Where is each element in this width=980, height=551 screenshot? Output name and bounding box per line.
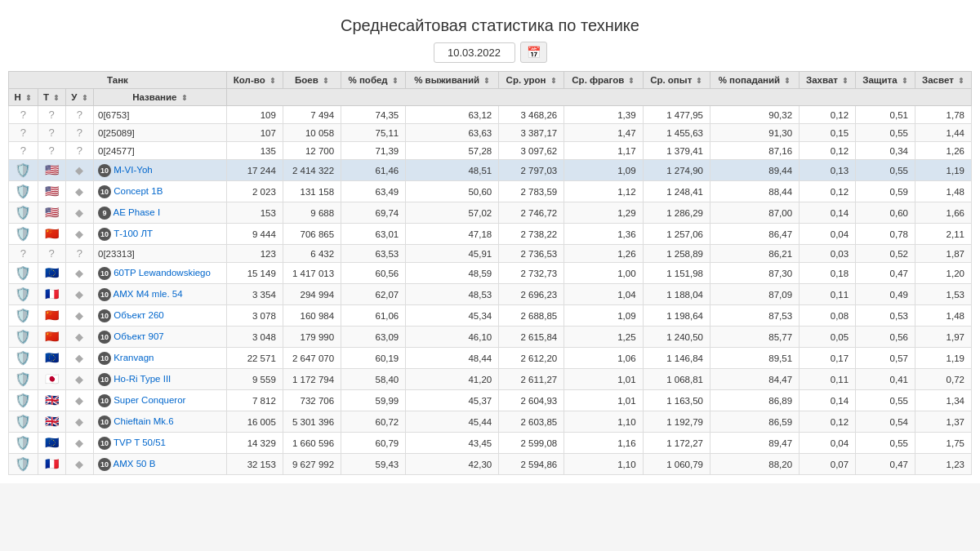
tank-name-link[interactable]: Super Conqueror	[114, 395, 185, 405]
sort-capture-icon: ⇕	[842, 77, 849, 85]
cell-name[interactable]: 10 60TP Lewandowskiego	[94, 263, 227, 284]
cell-boev: 706 865	[283, 224, 341, 245]
cell-name[interactable]: 10 Super Conqueror	[94, 390, 227, 411]
cell-hit_pct: 89,44	[710, 160, 800, 181]
tank-name-link[interactable]: 60TP Lewandowskiego	[114, 268, 211, 278]
cell-name[interactable]: 10 Объект 260	[94, 305, 227, 327]
cell-kol: 107	[226, 124, 283, 142]
cell-avg_frags: 1,25	[564, 327, 643, 348]
col-avg-dmg[interactable]: Ср. урон ⇕	[499, 72, 564, 89]
cell-survival: 45,44	[406, 411, 499, 433]
cell-boev: 9 627 992	[283, 454, 341, 475]
cell-hit_pct: 89,47	[710, 433, 800, 454]
sort-boev-icon: ⇕	[323, 77, 329, 85]
cell-name[interactable]: 10 TVP T 50/51	[94, 433, 227, 454]
sub-col-u[interactable]: У ⇕	[65, 89, 93, 106]
col-defense[interactable]: Защита ⇕	[856, 72, 915, 89]
cell-hit_pct: 87,00	[710, 202, 800, 224]
cell-spot: 1,20	[915, 263, 971, 284]
col-hit-pct[interactable]: % попаданий ⇕	[710, 72, 800, 89]
calendar-button[interactable]: 📅	[520, 42, 547, 63]
cell-name[interactable]: 10 Chieftain Mk.6	[94, 411, 227, 433]
tank-name-link[interactable]: Kranvagn	[114, 353, 154, 362]
tank-name-link[interactable]: Объект 907	[114, 331, 164, 341]
type-diamond-icon: ◆	[75, 207, 83, 219]
col-spot[interactable]: Засвет ⇕	[915, 72, 971, 89]
cell-name[interactable]: 10 M-VI-Yoh	[94, 160, 227, 181]
table-row: 🛡️🇬🇧◆10 Chieftain Mk.616 0055 301 39660,…	[9, 411, 972, 433]
cell-kol: 16 005	[226, 411, 283, 433]
col-survival[interactable]: % выживаний ⇕	[406, 72, 499, 89]
cell-nation: ?	[9, 124, 38, 142]
unknown-flag-icon: ?	[49, 144, 55, 157]
tank-name-link[interactable]: Chieftain Mk.6	[114, 416, 174, 426]
cell-name[interactable]: 10 AMX M4 mle. 54	[94, 284, 227, 305]
cell-defense: 0,47	[856, 263, 915, 284]
cell-wins: 60,72	[341, 411, 406, 433]
cell-kol: 123	[226, 245, 283, 263]
cell-hit_pct: 86,59	[710, 411, 800, 433]
cell-name[interactable]: 10 Kranvagn	[94, 348, 227, 369]
tank-name-link[interactable]: AMX M4 mle. 54	[114, 289, 183, 299]
cell-avg_frags: 1,10	[564, 411, 643, 433]
col-boev[interactable]: Боев ⇕	[283, 72, 341, 89]
cell-name[interactable]: 0[25089]	[94, 124, 227, 142]
cell-name[interactable]: 10 Concept 1B	[94, 181, 227, 202]
type-diamond-icon: ◆	[75, 164, 83, 176]
date-row: 📅	[8, 42, 972, 63]
col-wins[interactable]: % побед ⇕	[341, 72, 406, 89]
cell-name[interactable]: 0[6753]	[94, 106, 227, 124]
tank-name-link[interactable]: Объект 260	[114, 310, 164, 320]
cell-survival: 47,18	[406, 224, 499, 245]
flag-icon: 🇺🇸	[43, 207, 60, 218]
tank-image-icon: 🛡️	[15, 162, 31, 178]
tank-image-icon: 🛡️	[15, 329, 31, 344]
type-diamond-icon: ◆	[75, 331, 83, 343]
sort-name-icon: ⇕	[181, 94, 188, 102]
cell-boev: 10 058	[283, 124, 341, 142]
tank-name-link[interactable]: Ho-Ri Type III	[114, 374, 171, 384]
cell-avg_exp: 1 188,04	[643, 284, 710, 305]
col-kol[interactable]: Кол-во ⇕	[226, 72, 283, 89]
cell-type: ◆	[65, 390, 93, 411]
cell-spot: 1,75	[915, 433, 971, 454]
tank-name-link[interactable]: AE Phase I	[114, 207, 161, 217]
date-input[interactable]	[434, 42, 515, 63]
cell-boev: 5 301 396	[283, 411, 341, 433]
cell-type: ?	[65, 124, 93, 142]
cell-spot: 1,87	[915, 245, 971, 263]
cell-name[interactable]: 10 Объект 907	[94, 327, 227, 348]
sort-wins-icon: ⇕	[392, 77, 399, 85]
tank-name-link[interactable]: AMX 50 B	[114, 459, 156, 469]
tank-name-link[interactable]: Concept 1B	[114, 186, 163, 196]
col-capture[interactable]: Захват ⇕	[800, 72, 856, 89]
cell-name[interactable]: 0[23313]	[94, 245, 227, 263]
flag-icon: 🇫🇷	[43, 289, 60, 300]
cell-survival: 43,45	[406, 433, 499, 454]
tank-name-link[interactable]: TVP T 50/51	[114, 438, 166, 447]
cell-defense: 0,54	[856, 411, 915, 433]
tank-name-link[interactable]: M-VI-Yoh	[114, 165, 153, 175]
cell-nation: 🛡️	[9, 160, 38, 181]
cell-kol: 22 571	[226, 348, 283, 369]
sub-col-name[interactable]: Название ⇕	[94, 89, 227, 106]
cell-avg_frags: 1,00	[564, 263, 643, 284]
sub-col-t[interactable]: Т ⇕	[38, 89, 65, 106]
cell-name[interactable]: 10 AMX 50 B	[94, 454, 227, 475]
tank-image-icon: 🛡️	[15, 287, 31, 302]
cell-avg_dmg: 2 783,59	[499, 181, 564, 202]
flag-icon: 🇫🇷	[43, 459, 60, 469]
cell-name[interactable]: 10 Ho-Ri Type III	[94, 369, 227, 390]
cell-name[interactable]: 9 AE Phase I	[94, 202, 227, 224]
cell-name[interactable]: 10 Т-100 ЛТ	[94, 224, 227, 245]
cell-name[interactable]: 0[24577]	[94, 142, 227, 160]
cell-nation: 🛡️	[9, 224, 38, 245]
col-avg-frags[interactable]: Ср. фрагов ⇕	[564, 72, 643, 89]
tank-name-link[interactable]: Т-100 ЛТ	[114, 229, 153, 238]
col-avg-exp[interactable]: Ср. опыт ⇕	[643, 72, 710, 89]
cell-nation: 🛡️	[9, 181, 38, 202]
cell-nation: 🛡️	[9, 202, 38, 224]
cell-defense: 0,53	[856, 305, 915, 327]
cell-avg_exp: 1 379,41	[643, 142, 710, 160]
sub-col-h[interactable]: Н ⇕	[9, 89, 38, 106]
